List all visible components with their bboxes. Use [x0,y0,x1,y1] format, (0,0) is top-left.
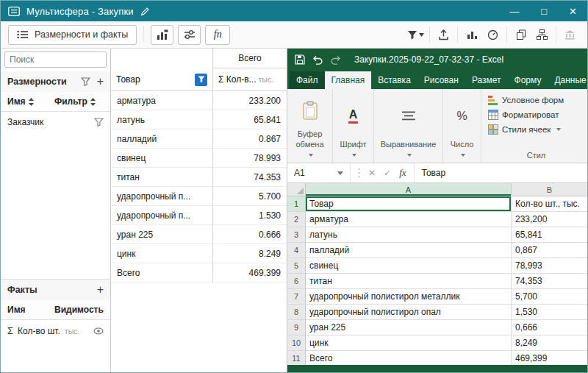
row-header[interactable]: 8 [287,305,306,320]
row-header[interactable]: 6 [287,274,306,289]
close-button[interactable]: ✕ [569,7,577,16]
cell-b[interactable]: Кол-во шт., тыс. [512,196,587,212]
ribbon-group-font[interactable]: А Шрифт [333,89,374,163]
add-fact-button[interactable]: + [97,284,104,296]
excel-tab[interactable]: Форму [508,71,548,89]
paste-clipboard-icon[interactable] [302,96,318,127]
app-menu-icon[interactable] [8,7,20,16]
dimensions-facts-button[interactable]: Размерности и факты [8,25,137,45]
row-header[interactable]: 5 [287,258,306,274]
column-header-a[interactable]: A [306,183,512,196]
ribbon-group-clipboard[interactable]: Буфер обмена [287,89,333,163]
gauge-button[interactable] [483,25,503,45]
row-header[interactable]: 11 [287,351,306,365]
select-all-corner[interactable] [287,183,306,196]
font-icon[interactable]: А [348,108,359,124]
pivot-product-cell[interactable]: титан [111,168,212,187]
pivot-value-cell[interactable]: 5.700 [212,187,287,206]
ribbon-group-alignment[interactable]: Выравнивание [374,89,443,163]
export-button[interactable] [434,25,453,45]
formula-fn-button[interactable]: fn [205,25,230,45]
pivot-product-cell[interactable]: свинец [111,149,212,168]
pivot-total-header[interactable]: Всего [212,49,287,68]
cell-styles-button[interactable]: Стили ячеек [488,124,584,135]
pivot-value-cell[interactable]: 8.249 [212,244,287,263]
excel-tab[interactable]: Размет [465,71,508,89]
bar-chart-button[interactable] [462,25,481,45]
redo-icon[interactable] [330,55,342,65]
cell-a[interactable]: уран 225 [306,320,512,335]
item-filter-icon[interactable] [94,118,104,127]
pivot-product-header[interactable]: Товар [111,68,212,91]
column-header-b[interactable]: B [512,183,587,196]
filter-button[interactable] [406,25,426,45]
excel-tab[interactable]: Данные [548,71,587,89]
pivot-product-cell[interactable]: ударопрочный п... [111,187,212,206]
row-header[interactable]: 1 [287,196,306,212]
dimension-item[interactable]: Заказчик [1,112,110,132]
row-header[interactable]: 10 [287,335,306,351]
name-box[interactable]: A1 [287,163,351,182]
cell-a[interactable]: цинк [306,335,512,351]
minimize-button[interactable]: — [509,7,519,16]
pivot-product-cell[interactable]: латунь [111,110,212,129]
cell-b[interactable]: 8,249 [512,335,587,351]
pivot-product-cell[interactable]: цинк [111,244,212,263]
dimensions-filter-icon[interactable] [81,77,90,86]
insert-function-icon[interactable]: fx [399,167,406,179]
cell-a[interactable]: арматура [306,212,512,227]
cell-b[interactable]: 0,867 [512,243,587,258]
cell-b[interactable]: 1,530 [512,305,587,320]
pivot-value-cell[interactable]: 78.993 [212,149,287,168]
confirm-entry-icon[interactable]: ✓ [384,168,391,178]
cell-a[interactable]: Товар [306,196,512,212]
pivot-product-cell[interactable]: Всего [111,263,212,283]
cell-a[interactable]: латунь [306,227,512,243]
cell-a[interactable]: титан [306,274,512,289]
cell-a[interactable]: Всего [306,351,512,365]
cell-b[interactable]: 74,353 [512,274,587,289]
histogram-button[interactable] [151,25,173,45]
pivot-product-cell[interactable]: уран 225 [111,225,212,244]
ribbon-group-number[interactable]: % Число [443,89,481,163]
pivot-value-cell[interactable]: 0.666 [212,225,287,244]
row-header[interactable]: 2 [287,212,306,227]
cell-b[interactable]: 78,993 [512,258,587,274]
row-header[interactable]: 9 [287,320,306,335]
cell-b[interactable]: 469,399 [512,351,587,365]
cell-b[interactable]: 233,200 [512,212,587,227]
conditional-formatting-button[interactable]: Условное форм [488,95,584,105]
cell-a[interactable]: палладий [306,243,512,258]
cell-b[interactable]: 65,841 [512,227,587,243]
excel-tab[interactable]: Файл [290,71,325,89]
format-as-table-button[interactable]: Форматироват [488,110,584,120]
sort-icon[interactable] [29,98,34,106]
cancel-entry-icon[interactable]: ✕ [368,168,376,178]
pivot-value-cell[interactable]: 1.530 [212,206,287,225]
pivot-value-cell[interactable]: 0.867 [212,129,287,149]
save-icon[interactable] [295,54,305,65]
cell-a[interactable]: свинец [306,258,512,274]
pivot-value-header[interactable]: Σ Кол-в... тыс. [212,68,287,91]
structure-tree-button[interactable] [532,25,552,45]
copy-sheet-button[interactable] [511,25,531,45]
cell-b[interactable]: 0,666 [512,320,587,335]
view-settings-button[interactable] [178,25,201,45]
pivot-value-cell[interactable]: 469.399 [212,263,287,283]
row-header[interactable]: 7 [287,289,306,305]
cell-b[interactable]: 5,700 [512,289,587,305]
excel-tab[interactable]: Главная [325,71,372,89]
pivot-value-cell[interactable]: 65.841 [212,110,287,129]
cell-a[interactable]: ударопрочный полистирол опал [306,305,512,320]
add-dimension-button[interactable]: + [97,76,104,88]
alignment-icon[interactable] [402,96,415,137]
search-input[interactable] [4,51,107,68]
formula-bar-value[interactable]: Товар [415,168,453,178]
rename-pencil-icon[interactable] [140,7,150,16]
pivot-product-cell[interactable]: ударопрочный п... [111,206,212,225]
visibility-eye-icon[interactable] [93,327,104,335]
excel-tab[interactable]: Вставка [371,71,417,89]
row-header[interactable]: 4 [287,243,306,258]
active-filter-icon[interactable] [195,74,207,86]
pivot-value-cell[interactable]: 233.200 [212,91,287,110]
